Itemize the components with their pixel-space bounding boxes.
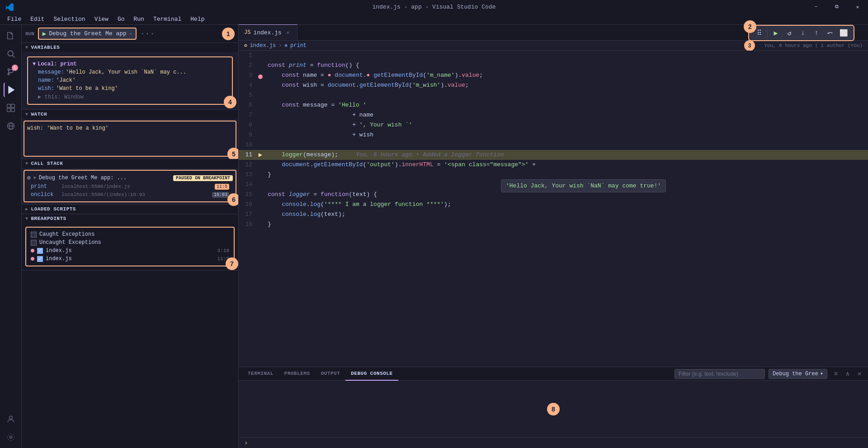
code-line-16: 16 console.log('**** I am a logger funct… xyxy=(239,200,868,210)
bp-index1-checkbox[interactable]: ✓ xyxy=(37,248,43,254)
debug-config-dropdown[interactable]: ▶ Debug the Greet Me app ▾ xyxy=(38,28,137,40)
code-line-5: 5 xyxy=(239,90,868,100)
variables-section: ▼ VARIABLES ▼ Local: print message: 'He xyxy=(22,43,238,110)
panel-list-icon[interactable]: ≡ xyxy=(831,369,841,379)
svg-point-2 xyxy=(8,69,9,70)
tab-debug-console[interactable]: DEBUG CONSOLE xyxy=(345,367,398,381)
call-stack-section-header[interactable]: ▼ CALL STACK xyxy=(22,159,238,168)
bp-caught-checkbox[interactable] xyxy=(31,232,37,238)
debug-config-name: Debug the Greet Me app xyxy=(49,30,127,37)
var-name-name: name: xyxy=(38,77,54,84)
stack-frame-onclick[interactable]: onclick localhost:5500/(index):16:93 16:… xyxy=(27,191,233,199)
menu-terminal[interactable]: Terminal xyxy=(150,15,185,23)
bp-index2-checkbox[interactable]: ✓ xyxy=(37,256,43,262)
var-name-wish: wish: xyxy=(38,85,54,92)
svg-point-0 xyxy=(8,51,13,56)
debug-icon[interactable] xyxy=(4,83,18,97)
bottom-panel: TERMINAL PROBLEMS OUTPUT DEBUG CONSOLE D… xyxy=(239,367,868,448)
watch-section-header[interactable]: ▼ WATCH xyxy=(22,110,238,119)
frame-line-print: 11:5 xyxy=(215,184,229,190)
menu-selection[interactable]: Selection xyxy=(50,15,89,23)
stack-frame-print[interactable]: print localhost:5500/index.js 11:5 xyxy=(27,182,233,191)
line-marker-11: ▶ xyxy=(257,150,264,160)
line-code-17: console.log(text); xyxy=(264,210,345,219)
menu-file[interactable]: File xyxy=(4,15,25,23)
line-marker-15 xyxy=(257,190,264,200)
tab-index-js[interactable]: JS index.js ✕ xyxy=(239,24,297,40)
breakpoints-section-header[interactable]: ▼ BREAKPOINTS xyxy=(22,214,238,223)
bp-uncaught-label: Uncaught Exceptions xyxy=(39,239,101,246)
debug-session-dropdown[interactable]: Debug the Gree ▾ xyxy=(769,369,827,379)
loaded-scripts-label: LOADED SCRIPTS xyxy=(31,206,76,212)
breadcrumb-file[interactable]: index.js xyxy=(250,42,276,49)
menu-go[interactable]: Go xyxy=(114,15,128,23)
toolbar-restart-button[interactable]: ⤺ xyxy=(824,28,836,38)
line-num-9: 9 xyxy=(239,130,257,140)
line-marker-7 xyxy=(257,110,264,120)
call-stack-session: ⊙ ▼ Debug the Greet Me app: ... PAUSED O… xyxy=(27,173,233,182)
more-options-button[interactable]: ··· xyxy=(140,29,155,38)
minimize-button[interactable]: − xyxy=(806,0,826,14)
explorer-icon[interactable] xyxy=(4,28,18,43)
toolbar-step-out-button[interactable]: ↑ xyxy=(810,28,823,38)
bp-uncaught-checkbox[interactable] xyxy=(31,240,37,246)
line-num-13: 13 xyxy=(239,170,257,180)
local-label: Local: print xyxy=(38,61,76,67)
chevron-down-icon: ▾ xyxy=(129,31,132,37)
line-code-13: } xyxy=(264,170,271,180)
bp-index1-line: 3:18 xyxy=(217,248,229,253)
extensions-icon[interactable] xyxy=(4,101,18,115)
line-code-12: document.getElementById('output').innerH… xyxy=(264,160,536,170)
var-message: message: 'Hello Jack, Your wish `NaN` ma… xyxy=(31,68,229,76)
line-num-12: 12 xyxy=(239,160,257,170)
code-line-1: 1 xyxy=(239,51,868,61)
menu-help[interactable]: Help xyxy=(187,15,208,23)
line-marker-4 xyxy=(257,80,264,90)
call-stack-bordered: ⊙ ▼ Debug the Greet Me app: ... PAUSED O… xyxy=(24,170,236,202)
code-line-18: 18 } xyxy=(239,219,868,229)
toolbar-step-into-button[interactable]: ↓ xyxy=(797,28,809,38)
menu-run[interactable]: Run xyxy=(130,15,147,23)
remote-icon[interactable] xyxy=(4,119,18,133)
breadcrumb-file-icon: ⚙ xyxy=(244,42,247,48)
activity-bottom xyxy=(4,412,18,448)
loaded-scripts-header[interactable]: ▶ LOADED SCRIPTS xyxy=(22,205,238,214)
source-control-icon[interactable]: 1 xyxy=(4,65,18,79)
settings-icon[interactable] xyxy=(4,430,18,444)
session-name: Debug the Greet Me app: ... xyxy=(39,175,127,181)
variables-section-header[interactable]: ▼ VARIABLES xyxy=(22,43,238,52)
tab-close-button[interactable]: ✕ xyxy=(284,29,292,36)
line-code-2: const print = function() { xyxy=(264,61,359,70)
line-num-17: 17 xyxy=(239,210,257,219)
maximize-button[interactable]: ⧉ xyxy=(826,0,847,14)
tab-problems[interactable]: PROBLEMS xyxy=(279,367,316,381)
panel-up-button[interactable]: ∧ xyxy=(843,369,853,379)
code-line-3: 3 const name = ● document.● getElementBy… xyxy=(239,70,868,80)
var-value-message: 'Hello Jack, Your wish `NaN` may c... xyxy=(66,69,186,75)
breakpoint-dot-3 xyxy=(258,75,263,79)
panel-controls: ≡ ∧ ✕ xyxy=(831,369,864,379)
variables-local-bordered: ▼ Local: print message: 'Hello Jack, You… xyxy=(27,56,233,105)
accounts-icon[interactable] xyxy=(4,412,18,426)
panel-close-button[interactable]: ✕ xyxy=(854,369,864,379)
menu-view[interactable]: View xyxy=(91,15,112,23)
tab-output[interactable]: OUTPUT xyxy=(316,367,346,381)
close-button[interactable]: ✕ xyxy=(847,0,868,14)
toolbar-step-over-button[interactable]: ↺ xyxy=(783,28,796,38)
editor-area: 2 ⠿ ▶ ↺ ↓ ↑ ⤺ ⬜ JS index.js ✕ ⚙ index.js… xyxy=(239,25,868,448)
breakpoints-label: BREAKPOINTS xyxy=(31,216,66,221)
var-this-item[interactable]: ▶ this: Window xyxy=(31,93,229,101)
var-value-wish: 'Want to be a king' xyxy=(56,85,118,92)
menu-bar: File Edit Selection View Go Run Terminal… xyxy=(0,14,868,25)
search-icon[interactable] xyxy=(4,47,18,61)
toolbar-stop-button[interactable]: ⬜ xyxy=(837,28,850,38)
play-icon: ▶ xyxy=(42,30,46,37)
toolbar-continue-button[interactable]: ▶ xyxy=(769,28,782,38)
watch-item-wish: wish: 'Want to be a king' xyxy=(27,124,233,132)
filter-input[interactable] xyxy=(675,369,765,379)
tab-terminal[interactable]: TERMINAL xyxy=(242,367,279,381)
variables-local-header[interactable]: ▼ Local: print xyxy=(31,60,229,68)
breadcrumb-fn[interactable]: print xyxy=(290,42,307,49)
menu-edit[interactable]: Edit xyxy=(27,15,48,23)
code-scroll-area[interactable]: 'Hello Jack, Your wish `NaN` may come tr… xyxy=(239,51,868,367)
